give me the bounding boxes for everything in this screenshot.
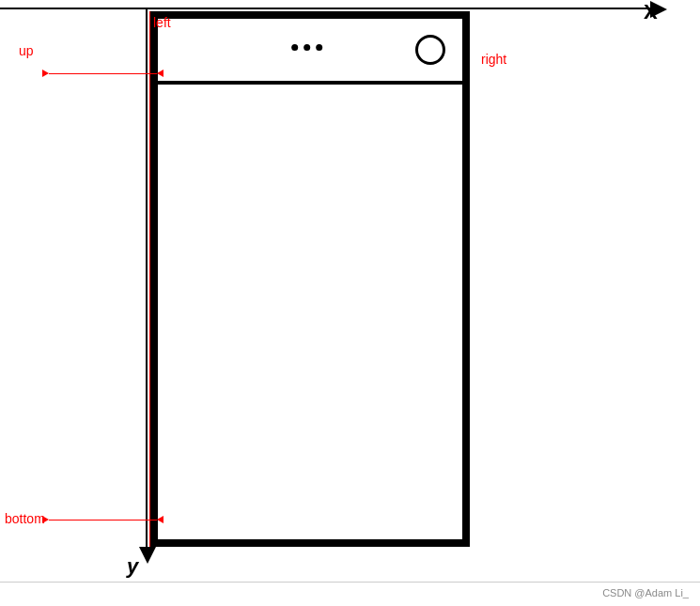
device-dots bbox=[291, 44, 322, 51]
y-axis-label: y bbox=[127, 554, 138, 579]
x-axis-label: X bbox=[644, 0, 658, 24]
bottom-annotation-line bbox=[42, 516, 163, 523]
dot-3 bbox=[316, 44, 322, 51]
dot-1 bbox=[291, 44, 298, 51]
device-top-panel bbox=[158, 19, 462, 85]
right-label: right bbox=[481, 52, 506, 67]
y-axis-arrow bbox=[146, 8, 148, 552]
bottom-line bbox=[49, 520, 157, 521]
device-body bbox=[150, 11, 470, 547]
up-arrow-left bbox=[157, 70, 163, 77]
left-label: left bbox=[153, 15, 171, 30]
bottom-separator bbox=[0, 582, 700, 583]
watermark: CSDN @Adam Li_ bbox=[602, 587, 689, 598]
x-axis-arrow bbox=[0, 8, 658, 9]
up-arrow-right bbox=[42, 70, 49, 77]
dot-2 bbox=[303, 44, 310, 51]
up-line bbox=[49, 73, 157, 74]
up-label: up bbox=[19, 43, 34, 58]
circle-button[interactable] bbox=[415, 35, 445, 65]
up-annotation-line bbox=[42, 70, 163, 77]
bottom-arrow-left bbox=[157, 516, 163, 523]
bottom-label: bottom bbox=[5, 511, 45, 526]
bottom-arrow-right bbox=[42, 516, 49, 523]
